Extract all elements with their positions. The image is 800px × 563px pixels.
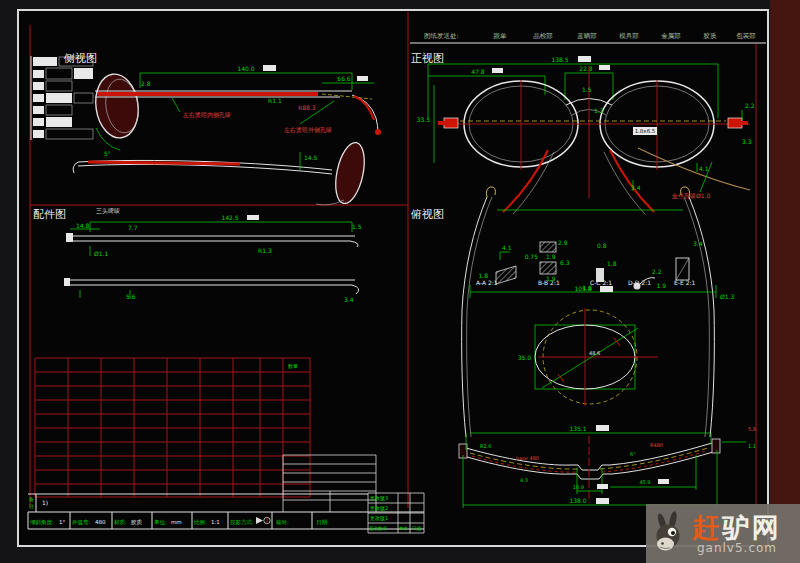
dim-label: 1.9 — [546, 253, 556, 260]
dim-label: 140.0 — [237, 65, 254, 72]
field-value: 1:1 — [211, 519, 220, 525]
dim-label: 35.0 — [518, 354, 532, 361]
field-label: 材质: — [113, 519, 127, 526]
section-label: C-C 2:1 — [590, 279, 612, 286]
dim-label: Ø1.3 — [720, 293, 734, 300]
dim-label: 3.4 — [693, 240, 703, 247]
field-label: 日期: — [316, 519, 329, 526]
dim-label: 6.3 — [560, 259, 570, 266]
dim-label: 3.4 — [344, 296, 354, 303]
dim-label: 1.5 — [582, 86, 592, 93]
section-label: B-B 2:1 — [538, 279, 560, 286]
dim-label: 142.5 — [221, 214, 238, 221]
dim-label: 2.8 — [141, 80, 151, 87]
drawing-canvas: 图纸发送处: 跟单 品检部 蓝晒部 模具部 金属部 胶质 包装部 侧视图 — [0, 0, 800, 563]
field-label: 核对: — [275, 519, 289, 525]
dim-label: 4.3 — [520, 477, 528, 483]
field-value: 480 — [95, 519, 106, 525]
note-label: 左右烫咀外侧孔唛 — [284, 126, 332, 134]
field-value: 1° — [59, 519, 65, 525]
field-label: 比例: — [194, 519, 207, 526]
header-item: 胶质 — [703, 32, 718, 40]
dim-label: 4.1 — [699, 165, 709, 172]
revision-row: 更改版2 — [370, 505, 388, 512]
donkey-icon — [651, 511, 687, 557]
field-label: 投影方式: — [229, 519, 254, 526]
section-label: A-A 2:1 — [476, 279, 498, 286]
header-item: 跟单 — [494, 32, 508, 40]
note-label: 左右烫咀内侧孔唛 — [183, 111, 231, 119]
dim-label: 3.3 — [742, 138, 752, 145]
field-value: mm — [171, 519, 182, 525]
top-view-title: 俯视图 — [410, 208, 444, 221]
revision-row: 更改版3 — [370, 495, 388, 502]
dim-label: 1.5 — [352, 223, 362, 230]
dim-label: 0.75 — [525, 253, 539, 260]
dim-label: 105.8 — [574, 285, 591, 292]
dim-label: Ø1.1 — [94, 250, 108, 257]
parts-view-subtitle: 三头啤唛 — [96, 207, 120, 214]
watermark-url: ganlv5.com — [697, 542, 777, 554]
header-item: 蓝晒部 — [577, 32, 597, 40]
dim-label: R1.3 — [258, 247, 272, 254]
section-label: D-D 2:1 — [628, 279, 651, 286]
dim-label: 1.8 — [478, 272, 488, 279]
side-view-title: 侧视图 — [63, 52, 97, 65]
revision-footer: 签名 — [399, 526, 408, 531]
dim-label: 0.8 — [597, 242, 607, 249]
dim-label: 47.8 — [471, 68, 485, 75]
watermark-brand: 赶驴网 — [692, 514, 782, 541]
dim-label: 1.9 — [656, 282, 666, 289]
revision-row: 更改版1 — [370, 515, 388, 522]
dim-label: 33.5 — [417, 116, 431, 123]
header-item: 包装部 — [735, 32, 756, 40]
dim-label: 1.3 — [594, 107, 604, 114]
watermark-text: 赶驴网 ganlv5.com — [692, 514, 782, 554]
quantity-label: 数量 — [288, 363, 298, 369]
desk-right-strip — [770, 0, 800, 563]
dim-label: 66.6 — [337, 75, 351, 82]
brand-chars: 驴网 — [722, 512, 782, 543]
note-label: R88.3 — [298, 104, 316, 111]
header-label: 图纸发送处: — [424, 32, 459, 40]
revision-footer: 日期 — [412, 526, 422, 531]
field-label: 单位: — [154, 519, 167, 525]
dim-label: 1.1 — [748, 443, 756, 449]
dim-label: 5.8 — [748, 426, 756, 432]
dim-label: 45.9 — [639, 479, 650, 485]
brand-char: 赶 — [692, 512, 722, 543]
dim-label: 10.9 — [573, 484, 584, 490]
notes-label: 注 — [29, 503, 34, 509]
note-label: base 480 — [516, 455, 539, 461]
note-label: R480 — [650, 442, 663, 448]
dim-label: 5° — [104, 150, 111, 157]
notes-label: 备 — [29, 496, 34, 502]
cad-screenshot: 图纸发送处: 跟单 品检部 蓝晒部 模具部 金属部 胶质 包装部 侧视图 — [0, 0, 800, 563]
lens-mark: 1.8x6.5 — [635, 128, 656, 134]
header-item: 模具部 — [619, 32, 639, 40]
parts-view-title: 配件图 — [33, 208, 66, 221]
dim-label: 135.1 — [569, 425, 586, 432]
dim-label: 2.2 — [652, 268, 662, 275]
dim-label: 138.0 — [569, 497, 586, 504]
dim-label: 14.8 — [76, 222, 90, 229]
dim-label: 5.6 — [126, 293, 136, 300]
watermark: 赶驴网 ganlv5.com — [646, 504, 800, 563]
dim-label: 138.5 — [551, 56, 568, 63]
header-item: 金属部 — [661, 32, 681, 40]
field-label: 外弧弯: — [72, 519, 91, 526]
dim-label: 4.1 — [502, 244, 512, 251]
section-label: E-E 2:1 — [674, 279, 695, 286]
dim-label: 6° — [630, 451, 636, 457]
front-view-title: 正视图 — [411, 52, 444, 65]
dim-label: 7.7 — [128, 224, 138, 231]
dim-label: R1.1 — [268, 97, 282, 104]
dim-label: 3.4 — [631, 184, 641, 191]
dim-label: 22.8 — [579, 65, 593, 72]
dim-label: R2.6 — [480, 443, 491, 449]
revision-footer: 更改数据 — [369, 525, 388, 531]
dim-label: 2.9 — [558, 239, 568, 246]
dim-label: 1.8 — [607, 260, 617, 267]
field-label: 倾斜角度: — [29, 519, 54, 526]
note-label: 金丝孔唛Ø1.0 — [671, 192, 710, 200]
